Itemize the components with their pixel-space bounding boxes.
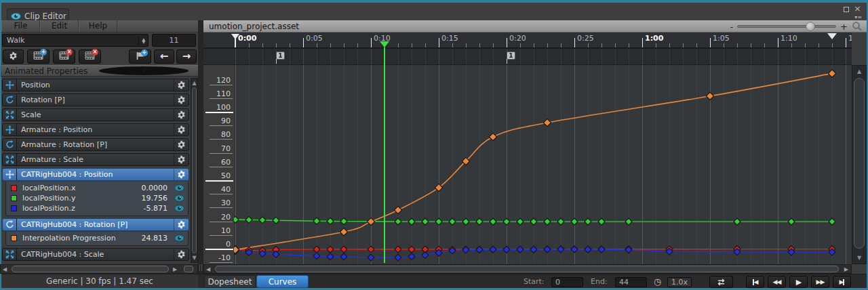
visibility-eye-icon[interactable] <box>172 205 186 212</box>
ruler-tick <box>561 43 561 47</box>
key-add-icon: + <box>136 51 145 62</box>
next-frame-button[interactable]: → <box>176 49 197 64</box>
property-settings-button[interactable] <box>174 124 189 136</box>
property-row[interactable]: CATRigHub004 : Scale <box>2 248 189 261</box>
scroll-down-icon[interactable]: ▼ <box>852 255 866 261</box>
property-row[interactable]: CATRigHub004 : Position <box>2 168 189 181</box>
go-to-end-button[interactable]: ▶ <box>833 276 851 288</box>
settings-button[interactable] <box>3 49 24 64</box>
scroll-right-icon[interactable]: ▶ <box>173 266 177 273</box>
value-axis-label: 10 <box>203 226 231 235</box>
zoom-out-button[interactable]: - <box>730 22 733 31</box>
scale-icon <box>3 109 17 121</box>
curve-vscrollbar-thumb[interactable] <box>854 78 865 249</box>
event-flag[interactable]: 1 <box>507 51 515 60</box>
visibility-eye-icon[interactable] <box>172 194 186 202</box>
ruler-tick <box>276 43 277 47</box>
playhead-marker[interactable] <box>380 41 389 47</box>
timeline-ruler[interactable]: 0:000:050:100:150:200:251:001:051:101:15 <box>203 33 852 49</box>
visibility-eye-icon[interactable] <box>172 234 186 242</box>
prev-frame-button[interactable]: ← <box>154 49 174 64</box>
menu-item-help[interactable]: Help <box>79 20 117 32</box>
ruler-tick <box>642 38 643 47</box>
property-scrollbar-thumb[interactable] <box>192 87 197 253</box>
scroll-up-icon[interactable]: ▲ <box>852 68 866 75</box>
curve-channel-row[interactable]: localPosition.z-5.871 <box>6 203 188 213</box>
ruler-time-label: 0:05 <box>306 34 323 43</box>
go-to-start-button[interactable]: ◀ <box>746 276 764 288</box>
property-hscrollbar[interactable]: ◀ ▶ <box>0 264 198 274</box>
add-clip-button[interactable]: + <box>27 49 50 64</box>
property-row[interactable]: CATRigHub004 : Rotation [P] <box>2 218 189 231</box>
tab-dopesheet[interactable]: Dopesheet <box>204 275 256 288</box>
property-settings-button[interactable] <box>174 169 189 180</box>
remove-clip-button[interactable]: × <box>53 49 75 64</box>
timeline-hscrollbar[interactable]: ◀ ▶ <box>203 264 852 274</box>
end-frame-field[interactable]: 44 <box>615 277 647 287</box>
scroll-right-icon[interactable]: ▶ <box>844 266 848 273</box>
event-flag[interactable]: 1 <box>276 51 285 60</box>
property-row[interactable]: Position <box>2 79 189 91</box>
fast-forward-button[interactable]: ▶▶ <box>811 276 829 288</box>
current-frame-field[interactable]: 11 <box>152 34 196 47</box>
property-settings-button[interactable] <box>174 94 189 106</box>
menu-item-edit[interactable]: Edit <box>40 20 79 32</box>
property-row[interactable]: Armature : Rotation [P] <box>2 138 189 151</box>
scroll-up-icon[interactable]: ▲ <box>191 80 197 86</box>
property-settings-button[interactable] <box>174 249 189 260</box>
clip-end-marker[interactable] <box>827 33 837 39</box>
ruler-tick <box>357 43 358 47</box>
curve-channel-row[interactable]: Interpolation Progression24.813 <box>6 233 188 243</box>
play-button[interactable]: ▶ <box>789 276 808 288</box>
menu-item-file[interactable]: File <box>1 20 40 32</box>
tab-curves[interactable]: Curves <box>256 275 309 288</box>
film-delete-icon: × <box>85 51 95 62</box>
playback-speed-field[interactable]: 1.0x <box>667 277 692 287</box>
property-settings-button[interactable] <box>174 154 189 165</box>
property-settings-button[interactable] <box>174 79 189 91</box>
scroll-down-icon[interactable]: ▼ <box>191 255 197 261</box>
ruler-tick <box>507 38 507 47</box>
scroll-left-icon[interactable]: ◀ <box>3 266 7 273</box>
visibility-eye-icon[interactable] <box>172 184 186 192</box>
clip-start-marker[interactable] <box>231 34 239 39</box>
property-hscrollbar-thumb[interactable] <box>12 266 169 272</box>
curve-vertical-scrollbar[interactable]: ▲ ▼ <box>852 65 867 264</box>
event-gridline <box>235 49 236 65</box>
zoom-slider[interactable] <box>737 25 836 28</box>
property-row[interactable]: Rotation [P] <box>2 94 189 106</box>
close-icon[interactable]: × <box>854 5 861 12</box>
info-icon[interactable]: i <box>99 66 189 75</box>
zoom-in-button[interactable]: + <box>840 22 848 31</box>
timeline-hscrollbar-thumb[interactable] <box>215 266 839 272</box>
property-settings-button[interactable] <box>174 219 189 230</box>
curve-channel-row[interactable]: localPosition.x0.0000 <box>6 183 188 193</box>
event-gridline <box>656 49 656 65</box>
loop-toggle-button[interactable] <box>709 276 733 288</box>
scroll-left-icon[interactable]: ◀ <box>206 266 210 273</box>
rewind-button[interactable]: ◀◀ <box>768 276 786 288</box>
event-track[interactable]: 11 <box>203 49 852 65</box>
playhead-line[interactable] <box>384 47 385 263</box>
add-key-button[interactable]: + <box>129 49 151 64</box>
property-row[interactable]: Armature : Scale <box>2 153 189 166</box>
zoom-slider-thumb[interactable] <box>806 22 815 31</box>
property-settings-button[interactable] <box>174 109 189 121</box>
maximize-icon[interactable] <box>844 7 849 12</box>
property-list-scrollbar[interactable]: ▲ ▼ <box>191 78 198 263</box>
curve-channel-row[interactable]: localPosition.y19.756 <box>6 193 188 203</box>
property-settings-button[interactable] <box>174 139 189 150</box>
clip-dropdown[interactable]: Walk ▲▼ <box>2 34 149 47</box>
value-axis-tick <box>205 112 233 113</box>
value-axis-label: 90 <box>203 117 231 125</box>
magnifier-icon[interactable] <box>852 21 863 32</box>
property-row[interactable]: Scale <box>2 108 189 121</box>
curve-plot[interactable] <box>234 65 852 264</box>
start-frame-field[interactable]: 0 <box>551 277 583 287</box>
delete-clip-button[interactable]: × <box>79 49 101 64</box>
event-gridline <box>398 49 399 65</box>
property-row[interactable]: Armature : Position <box>2 123 189 136</box>
bottom-control-bar: Dopesheet Curves Start: 0 End: 44 ◷ 1.0x… <box>198 274 867 288</box>
ruler-time-label: 0:15 <box>441 34 458 43</box>
gear-icon <box>9 51 18 62</box>
